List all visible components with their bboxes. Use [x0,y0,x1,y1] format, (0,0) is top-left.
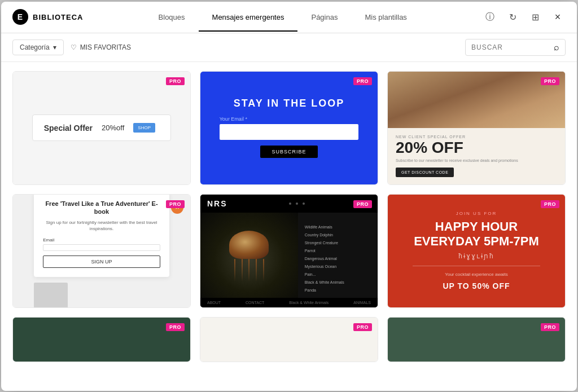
happy-script: ħɨɣɣʟɨɲħ [458,252,494,260]
list-item: Mysterious Ocean [305,264,371,269]
card-preview: NEW CLIENT SPECIAL OFFER 20% OFF Subscri… [388,72,565,184]
discount-percent: 20% OFF [396,140,557,156]
ebook-image-placeholder [34,283,68,307]
header: E BIBLIOTECA Bloques Mensajes emergentes… [1,2,577,33]
pro-badge: PRO [353,200,372,208]
dark-nav [289,202,305,205]
dark-image [200,213,298,305]
dark-logo: NRS [207,199,227,208]
card-partial-3[interactable]: PRO [387,317,566,362]
list-item: Parrot [305,248,371,253]
partial-dark-bg [13,318,190,362]
nav-dot [303,202,305,205]
content-area: PRO Special Offer 20%off SHOP PRO [1,62,577,391]
toolbar: Categoría ▾ ♡ MIS FAVORITAS ⌕ [1,33,577,62]
card-preview [13,318,190,362]
chevron-down-icon: ▾ [53,43,56,51]
ebook-bottom [34,283,169,307]
loop-email-input [220,124,359,140]
footer-item: ANIMALS [353,301,371,305]
partial-light-bg [200,318,378,362]
list-item: Panda [305,288,371,293]
card-happy-hour[interactable]: PRO × JOIN US FOR HAPPY HOUREVERYDAY 5PM… [387,194,566,308]
tentacle [263,259,264,281]
discount-body: NEW CLIENT SPECIAL OFFER 20% OFF Subscri… [388,128,565,184]
search-input[interactable] [471,43,550,51]
dark-footer: ABOUT CONTACT Black & White Animals ANIM… [200,298,378,307]
jelly-body [229,231,269,259]
heart-icon: ♡ [71,43,77,51]
jellyfish-illustration [226,231,272,287]
tab-bloques[interactable]: Bloques [145,3,199,32]
loop-title: STAY IN THE LOOP [234,98,345,109]
tentacle [234,259,235,281]
list-item: Pain... [305,272,371,277]
ebook-subtitle: Sign up for our fortnightly newsletter w… [43,219,160,232]
special-offer-preview: Special Offer 20%off SHOP [13,72,190,184]
dark-content: Wildlife Animals Country Dolphin Stronge… [200,213,378,305]
logo: E BIBLIOTECA [12,9,83,25]
category-dropdown[interactable]: Categoría ▾ [12,39,64,55]
tentacle [242,259,243,281]
tab-paginas[interactable]: Páginas [297,3,351,32]
ebook-form: Free 'Travel Like a True Adventurer' E-b… [34,195,169,277]
header-actions: ⓘ ↻ ⊞ × [482,9,566,25]
tab-plantillas[interactable]: Mis plantillas [351,3,420,32]
happy-preview: × JOIN US FOR HAPPY HOUREVERYDAY 5PM-7PM… [388,195,565,307]
logo-icon: E [12,9,28,25]
pro-badge: PRO [541,200,559,208]
info-button[interactable]: ⓘ [482,9,498,25]
loop-email-label: Your Email * [220,116,247,122]
card-preview: Special Offer 20%off SHOP [13,72,190,184]
tab-mensajes[interactable]: Mensajes emergentes [199,3,298,32]
special-offer-title: Special Offer [44,124,93,133]
main-nav: Bloques Mensajes emergentes Páginas Mis … [83,3,482,32]
special-offer-box: Special Offer 20%off SHOP [32,114,172,141]
search-container: ⌕ [465,39,566,56]
list-item: Strongest Creature [305,240,371,245]
list-item: Dangerous Animal [305,256,371,261]
save-button[interactable]: ⊞ [527,9,543,25]
partial-green-bg [388,318,565,362]
footer-item: Black & White Animals [289,301,329,305]
tentacle [256,259,257,281]
card-preview [200,318,378,362]
jelly-tentacles [226,259,272,281]
card-partial-1[interactable]: PRO [12,317,191,362]
card-stay-loop[interactable]: PRO × STAY IN THE LOOP Your Email * SUBS… [200,71,378,185]
close-button[interactable]: × [550,9,566,25]
happy-join: JOIN US FOR [456,211,497,216]
card-special-offer[interactable]: PRO Special Offer 20%off SHOP [12,71,191,185]
happy-title: HAPPY HOUREVERYDAY 5PM-7PM [414,219,539,249]
loop-preview: × STAY IN THE LOOP Your Email * SUBSCRIB… [200,72,378,184]
dark-list: Wildlife Animals Country Dolphin Stronge… [298,213,378,305]
special-offer-discount: 20%off [102,124,124,132]
list-item: Country Dolphin [305,232,371,237]
card-ebook[interactable]: PRO × Free 'Travel Like a True Adventure… [12,194,191,308]
pro-badge: PRO [166,323,185,331]
card-preview [388,318,565,362]
card-discount[interactable]: PRO NEW CLIENT SPECIAL OFFER 20% OFF Sub… [387,71,566,185]
ebook-submit-btn: SIGN UP [43,256,160,268]
pro-badge: PRO [353,323,372,331]
refresh-button[interactable]: ↻ [505,9,520,25]
card-preview: × JOIN US FOR HAPPY HOUREVERYDAY 5PM-7PM… [388,195,565,307]
list-item: Wildlife Animals [305,224,371,230]
category-label: Categoría [20,43,50,51]
ebook-email-label: Email [43,237,160,243]
card-preview: NRS × [200,195,378,307]
pro-badge: PRO [541,77,559,85]
brand-name: BIBLIOTECA [33,13,83,21]
card-partial-2[interactable]: PRO [200,317,378,362]
dark-preview: NRS × [200,195,378,307]
special-offer-cta: SHOP [133,123,155,133]
card-preview: × Free 'Travel Like a True Adventurer' E… [13,195,190,307]
happy-divider [413,266,540,266]
discount-preview: NEW CLIENT SPECIAL OFFER 20% OFF Subscri… [388,72,565,184]
loop-subscribe-btn: SUBSCRIBE [260,146,317,158]
happy-cta: UP TO 50% OFF [443,281,510,290]
card-dark[interactable]: PRO NRS × [200,194,378,308]
favorites-button[interactable]: ♡ MIS FAVORITAS [71,43,131,51]
discount-image [388,72,565,128]
favorites-label: MIS FAVORITAS [80,43,131,51]
